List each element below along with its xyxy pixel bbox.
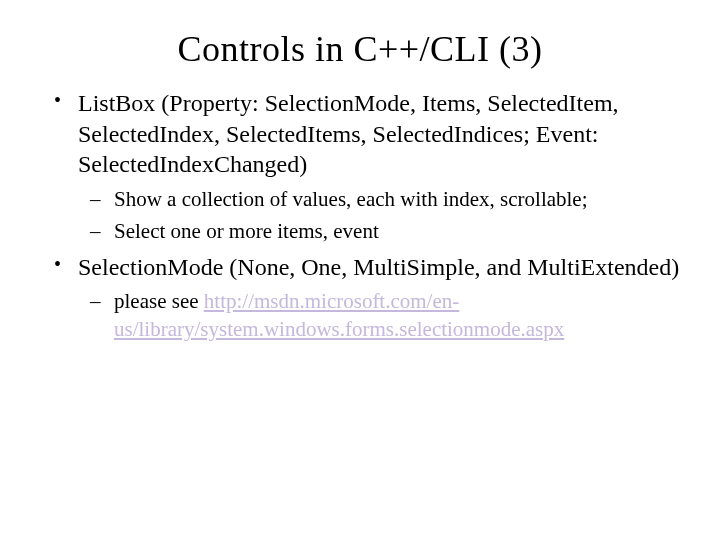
- slide-title: Controls in C++/CLI (3): [40, 28, 680, 70]
- sub-bullet-prefix: please see: [114, 289, 204, 313]
- sub-list: Show a collection of values, each with i…: [78, 186, 680, 246]
- bullet-list: ListBox (Property: SelectionMode, Items,…: [40, 88, 680, 343]
- list-item: please see http://msdn.microsoft.com/en-…: [78, 288, 680, 343]
- list-item: SelectionMode (None, One, MultiSimple, a…: [40, 252, 680, 343]
- bullet-text: SelectionMode (None, One, MultiSimple, a…: [78, 254, 679, 280]
- list-item: Show a collection of values, each with i…: [78, 186, 680, 213]
- sub-bullet-text: Select one or more items, event: [114, 219, 379, 243]
- bullet-text: ListBox (Property: SelectionMode, Items,…: [78, 90, 619, 177]
- sub-bullet-text: Show a collection of values, each with i…: [114, 187, 588, 211]
- sub-list: please see http://msdn.microsoft.com/en-…: [78, 288, 680, 343]
- list-item: Select one or more items, event: [78, 218, 680, 245]
- list-item: ListBox (Property: SelectionMode, Items,…: [40, 88, 680, 246]
